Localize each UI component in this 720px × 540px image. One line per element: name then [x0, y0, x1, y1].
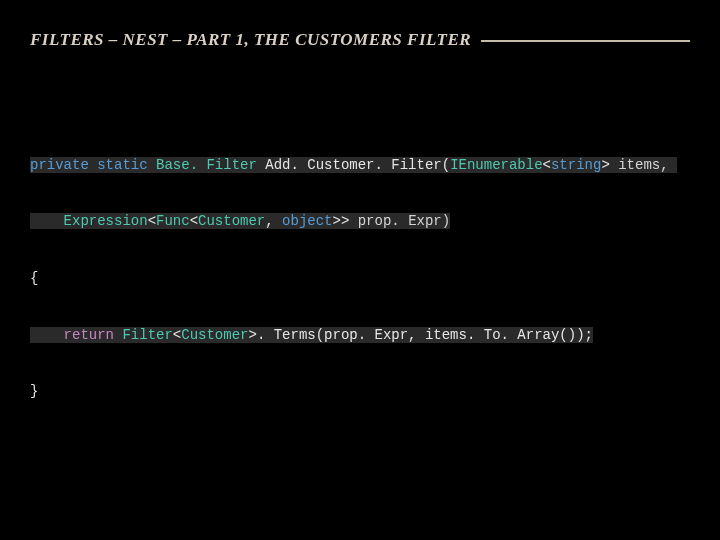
type-expression: Expression [64, 213, 148, 229]
method-name: Add. Customer. Filter [265, 157, 441, 173]
return-expression: . Terms(prop. Expr, items. To. Array()); [257, 327, 593, 343]
type-ienumerable: IEnumerable [450, 157, 542, 173]
keyword-private: private [30, 157, 89, 173]
slide: FILTERS – NEST – PART 1, THE CUSTOMERS F… [0, 0, 720, 540]
code-line-5: } [30, 382, 690, 401]
type-customer: Customer [198, 213, 265, 229]
code-line-3: { [30, 269, 690, 288]
code-line-1: private static Base. Filter Add. Custome… [30, 156, 690, 175]
keyword-static: static [97, 157, 147, 173]
code-line-4: return Filter<Customer>. Terms(prop. Exp… [30, 326, 690, 345]
type-basefilter: Base. Filter [156, 157, 257, 173]
keyword-return: return [64, 327, 114, 343]
keyword-string: string [551, 157, 601, 173]
type-customer-2: Customer [181, 327, 248, 343]
brace-open: { [30, 270, 38, 286]
keyword-object: object [282, 213, 332, 229]
code-line-2: Expression<Func<Customer, object>> prop.… [30, 212, 690, 231]
brace-close: } [30, 383, 38, 399]
slide-title: FILTERS – NEST – PART 1, THE CUSTOMERS F… [30, 30, 481, 50]
param-items: items, [618, 157, 668, 173]
heading-row: FILTERS – NEST – PART 1, THE CUSTOMERS F… [30, 30, 690, 50]
type-func: Func [156, 213, 190, 229]
code-block: private static Base. Filter Add. Custome… [30, 118, 690, 439]
type-filter: Filter [122, 327, 172, 343]
heading-rule [481, 40, 690, 42]
param-propexpr: prop. Expr) [358, 213, 450, 229]
